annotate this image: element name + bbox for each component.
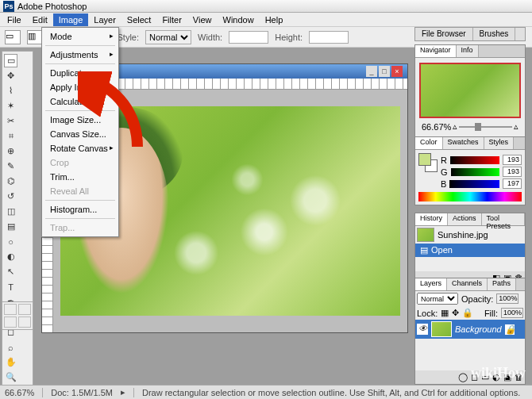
layer-lock-icon: 🔒 — [505, 324, 515, 335]
extra-tool-4-icon[interactable] — [18, 317, 31, 328]
tab-file-browser[interactable]: File Browser — [415, 28, 473, 40]
height-input[interactable] — [309, 31, 349, 44]
status-zoom[interactable]: 66.67% — [5, 388, 34, 397]
blur-tool-icon[interactable]: ○ — [4, 235, 17, 248]
color-g-value[interactable]: 193 — [503, 167, 522, 177]
menu-item-canvas-size[interactable]: Canvas Size... — [42, 127, 118, 141]
eraser-tool-icon[interactable]: ◫ — [4, 205, 17, 218]
width-input[interactable] — [229, 31, 268, 44]
wand-tool-icon[interactable]: ✶ — [4, 99, 17, 113]
opacity-input[interactable]: 100% — [496, 293, 519, 304]
menu-edit[interactable]: Edit — [27, 13, 53, 26]
menu-item-rotate-canvas[interactable]: Rotate Canvas — [42, 141, 118, 155]
history-step[interactable]: ▤Open — [415, 244, 525, 257]
tool-preset-icon[interactable]: ▭ — [5, 30, 21, 44]
path-tool-icon[interactable]: ↖ — [4, 265, 17, 278]
history-doc-name: Sunshine.jpg — [438, 230, 488, 240]
tab-swatches[interactable]: Swatches — [443, 137, 484, 149]
extra-tool-3-icon[interactable] — [4, 317, 17, 328]
menu-item-adjustments[interactable]: Adjustments — [42, 48, 118, 62]
menu-select[interactable]: Select — [121, 13, 157, 26]
marquee-tool-icon[interactable]: ▭ — [4, 54, 17, 67]
fill-input[interactable]: 100% — [501, 308, 523, 318]
tab-actions[interactable]: Actions — [448, 213, 482, 225]
menu-item-reveal-all: Reveal All — [42, 184, 118, 198]
color-b-value[interactable]: 197 — [503, 178, 522, 189]
hand-tool-icon[interactable]: ✋ — [4, 355, 17, 369]
menu-item-duplicate[interactable]: Duplicate... — [42, 66, 118, 80]
navigator-thumbnail[interactable] — [419, 63, 521, 118]
tab-color[interactable]: Color — [415, 137, 443, 149]
crop-tool-icon[interactable]: ✂ — [4, 114, 17, 128]
tab-paths[interactable]: Paths — [488, 278, 516, 290]
brush-tool-icon[interactable]: ✎ — [4, 159, 17, 173]
tab-navigator[interactable]: Navigator — [415, 45, 457, 57]
zoom-in-icon[interactable]: ▵ — [514, 121, 519, 132]
layer-style-icon[interactable]: ◯ — [458, 372, 468, 382]
tab-styles[interactable]: Styles — [484, 137, 515, 149]
window-maximize-icon[interactable]: □ — [379, 66, 390, 77]
status-arrow-icon[interactable]: ▸ — [121, 387, 125, 397]
style-select[interactable]: Normal — [145, 30, 191, 44]
eyedropper-tool-icon[interactable]: ⌕ — [4, 340, 17, 354]
type-tool-icon[interactable]: T — [4, 280, 17, 293]
style-label: Style: — [117, 33, 139, 42]
zoom-tool-icon[interactable]: 🔍 — [4, 370, 17, 384]
status-doc[interactable]: Doc: 1.5M/1.5M — [51, 388, 113, 397]
tab-history[interactable]: History — [415, 213, 448, 225]
menu-item-mode[interactable]: Mode — [42, 29, 118, 44]
window-minimize-icon[interactable]: _ — [366, 66, 377, 77]
blend-mode-select[interactable]: Normal — [417, 293, 458, 305]
menu-item-crop: Crop — [42, 155, 118, 170]
color-spectrum[interactable] — [418, 192, 522, 201]
lock-pixels-icon[interactable]: ▦ — [441, 308, 449, 318]
menu-item-histogram[interactable]: Histogram... — [42, 202, 118, 217]
heal-tool-icon[interactable]: ⊕ — [4, 144, 17, 158]
color-b-slider[interactable] — [449, 180, 499, 188]
tab-layers[interactable]: Layers — [415, 278, 447, 290]
layer-thumbnail-icon — [431, 321, 452, 337]
lock-label: Lock: — [417, 309, 438, 318]
menu-filter[interactable]: Filter — [156, 13, 187, 26]
app-title: Adobe Photoshop — [17, 2, 87, 11]
stamp-tool-icon[interactable]: ⌬ — [4, 175, 17, 188]
menu-help[interactable]: Help — [260, 13, 289, 26]
menu-item-apply-image[interactable]: Apply Image... — [42, 80, 118, 94]
slice-tool-icon[interactable]: ⌗ — [4, 129, 17, 143]
lock-position-icon[interactable]: ✥ — [452, 308, 459, 318]
statusbar: 66.67% Doc: 1.5M/1.5M ▸ Draw rectangular… — [0, 385, 532, 399]
layer-visibility-icon[interactable]: 👁 — [417, 324, 428, 335]
tab-channels[interactable]: Channels — [447, 278, 488, 290]
lasso-tool-icon[interactable]: ⌇ — [4, 84, 17, 98]
tab-info[interactable]: Info — [457, 45, 479, 57]
history-brush-icon[interactable]: ↺ — [4, 190, 17, 203]
zoom-slider[interactable] — [459, 126, 512, 128]
menu-image[interactable]: Image — [53, 13, 89, 26]
color-r-slider[interactable] — [450, 156, 499, 164]
menu-file[interactable]: File — [2, 13, 27, 26]
tab-brushes[interactable]: Brushes — [473, 28, 516, 40]
extra-tools — [2, 301, 33, 330]
menu-view[interactable]: View — [187, 13, 218, 26]
color-g-slider[interactable] — [451, 168, 499, 176]
extra-tool-1-icon[interactable] — [4, 304, 17, 315]
history-panel: History Actions Tool Presets Sunshine.jp… — [414, 213, 526, 286]
gradient-tool-icon[interactable]: ▤ — [4, 220, 17, 233]
color-r-value[interactable]: 193 — [503, 155, 522, 165]
window-close-icon[interactable]: × — [391, 66, 403, 77]
menu-layer[interactable]: Layer — [88, 13, 121, 26]
move-tool-icon[interactable]: ✥ — [4, 69, 17, 82]
menu-item-trim[interactable]: Trim... — [42, 170, 118, 184]
height-label: Height: — [275, 33, 303, 42]
marquee-mode-icon[interactable]: ▥ — [27, 30, 43, 44]
menu-window[interactable]: Window — [218, 13, 260, 26]
extra-tool-2-icon[interactable] — [18, 304, 31, 315]
layer-row[interactable]: 👁 Background 🔒 — [415, 320, 525, 339]
dodge-tool-icon[interactable]: ◐ — [4, 250, 17, 263]
menu-item-calculations[interactable]: Calculations... — [42, 94, 118, 109]
tab-tool-presets[interactable]: Tool Presets — [482, 213, 525, 225]
menu-item-image-size[interactable]: Image Size... — [42, 113, 118, 127]
lock-all-icon[interactable]: 🔒 — [462, 308, 473, 318]
menubar: FileEditImageLayerSelectFilterViewWindow… — [0, 13, 532, 27]
zoom-out-icon[interactable]: ▵ — [453, 121, 457, 132]
